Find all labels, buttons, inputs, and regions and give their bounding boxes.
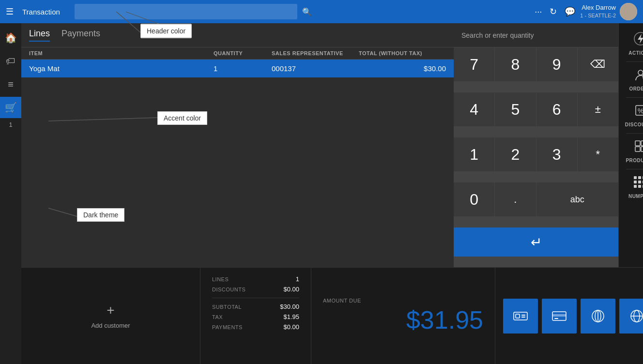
search-input[interactable] xyxy=(75,4,297,19)
num-3[interactable]: 3 xyxy=(536,137,577,171)
tax-value: $1.95 xyxy=(260,313,299,320)
transaction-area: Lines Payments ITEM QUANTITY SALES REPRE… xyxy=(21,23,643,267)
svg-text:%: % xyxy=(638,107,643,115)
table-header: ITEM QUANTITY SALES REPRESENTATIVE TOTAL… xyxy=(21,47,454,60)
actions-icon xyxy=(634,32,643,48)
search-icon[interactable]: 🔍 xyxy=(302,7,312,16)
amount-due-section: AMOUNT DUE $31.95 xyxy=(311,268,495,364)
svg-rect-7 xyxy=(641,141,643,146)
payments-row: PAYMENTS $0.00 xyxy=(212,323,299,331)
num-abc[interactable]: abc xyxy=(536,182,619,216)
col-total: TOTAL (WITHOUT TAX) xyxy=(359,50,446,56)
pay-card-button[interactable] xyxy=(542,299,577,334)
num-4[interactable]: 4 xyxy=(454,92,494,126)
svg-rect-13 xyxy=(634,181,637,183)
num-9[interactable]: 9 xyxy=(536,47,577,81)
lines-panel: Lines Payments ITEM QUANTITY SALES REPRE… xyxy=(21,23,454,267)
user-location: 1 - SEATTLE-2 xyxy=(580,12,616,19)
num-8[interactable]: 8 xyxy=(495,47,536,81)
action-orders[interactable]: ORDERS xyxy=(619,63,643,96)
pay-other-button[interactable] xyxy=(581,299,615,334)
subtotal-value: $30.00 xyxy=(260,303,299,310)
num-dot[interactable]: . xyxy=(495,182,536,216)
col-quantity: QUANTITY xyxy=(214,50,272,56)
svg-rect-8 xyxy=(635,147,640,152)
categories-icon: 🏷 xyxy=(6,56,15,67)
num-plusminus[interactable]: ± xyxy=(578,92,618,126)
customer-section[interactable]: + Add customer xyxy=(21,268,200,364)
divider-1 xyxy=(626,61,643,62)
orders-icon xyxy=(634,68,643,84)
col-item: ITEM xyxy=(29,50,214,56)
action-discounts[interactable]: % DISCOUNTS xyxy=(619,99,643,132)
totals-section: LINES 1 DISCOUNTS $0.00 SUBTOTAL $30.00 … xyxy=(200,268,311,364)
amount-due-value: $31.95 xyxy=(406,305,483,334)
tab-payments[interactable]: Payments xyxy=(61,29,100,42)
pay-cash-button[interactable] xyxy=(503,299,538,334)
chat-icon[interactable]: 💬 xyxy=(565,6,575,17)
bottom-bar: + Add customer LINES 1 DISCOUNTS $0.00 S… xyxy=(21,267,643,364)
menu-icon[interactable]: ☰ xyxy=(6,6,14,17)
svg-rect-22 xyxy=(521,317,525,318)
tab-lines[interactable]: Lines xyxy=(29,29,50,42)
user-name: Alex Darrow xyxy=(580,4,616,12)
main-content: Lines Payments ITEM QUANTITY SALES REPRE… xyxy=(21,23,643,364)
num-5[interactable]: 5 xyxy=(495,92,536,126)
divider-3 xyxy=(626,133,643,134)
sidebar-item-menu[interactable]: ≡ xyxy=(0,74,21,95)
avatar xyxy=(620,3,637,20)
orders-label: ORDERS xyxy=(629,86,643,91)
user-info: Alex Darrow 1 - SEATTLE-2 xyxy=(580,3,637,20)
tabs-header: Lines Payments xyxy=(21,23,454,47)
action-products[interactable]: PRODUCTS xyxy=(619,135,643,168)
totals-divider xyxy=(212,298,299,298)
payment-buttons xyxy=(495,268,643,364)
lines-value: 1 xyxy=(260,275,299,283)
row-sales-rep: 000137 xyxy=(272,64,359,73)
num-enter[interactable]: ↵ xyxy=(454,228,618,257)
discounts-value: $0.00 xyxy=(260,286,299,293)
row-total: $30.00 xyxy=(359,64,446,73)
sidebar-cart-count: 1 xyxy=(9,121,12,128)
svg-rect-10 xyxy=(634,176,637,179)
more-icon[interactable]: ··· xyxy=(535,7,542,17)
sidebar: 🏠 🏷 ≡ 🛒 1 xyxy=(0,23,21,364)
menu-list-icon: ≡ xyxy=(8,79,14,90)
sidebar-item-categories[interactable]: 🏷 xyxy=(0,50,21,72)
home-icon: 🏠 xyxy=(5,32,17,44)
num-6[interactable]: 6 xyxy=(536,92,577,126)
svg-marker-1 xyxy=(638,34,643,44)
payments-value: $0.00 xyxy=(260,323,299,331)
num-multiply[interactable]: * xyxy=(578,137,618,171)
svg-rect-25 xyxy=(554,318,558,319)
sidebar-item-cart[interactable]: 🛒 xyxy=(0,97,21,118)
num-7[interactable]: 7 xyxy=(454,47,494,81)
numpad-search: Search or enter quantity xyxy=(454,23,618,47)
products-label: PRODUCTS xyxy=(626,158,643,163)
svg-rect-16 xyxy=(634,185,637,188)
top-bar: ☰ Transaction 🔍 ··· ↻ 💬 Alex Darrow 1 - … xyxy=(0,0,643,23)
numpad-icon xyxy=(633,175,643,192)
lines-label: LINES xyxy=(212,276,260,282)
num-1[interactable]: 1 xyxy=(454,137,494,171)
action-actions[interactable]: ACTIONS xyxy=(619,27,643,61)
numpad-area: Search or enter quantity 7 8 9 ⌫ 4 5 6 ±… xyxy=(454,23,618,267)
sidebar-item-home[interactable]: 🏠 xyxy=(0,27,21,48)
pay-online-button[interactable] xyxy=(619,299,643,334)
tax-row: TAX $1.95 xyxy=(212,313,299,320)
row-item: Yoga Mat xyxy=(29,64,214,73)
action-numpad[interactable]: NUMPAD xyxy=(619,170,643,204)
lines-row: LINES 1 xyxy=(212,275,299,283)
discounts-row: DISCOUNTS $0.00 xyxy=(212,286,299,293)
divider-2 xyxy=(626,97,643,98)
num-0[interactable]: 0 xyxy=(454,182,494,216)
divider-4 xyxy=(626,169,643,169)
add-customer-icon: + xyxy=(107,303,114,318)
discounts-label: DISCOUNTS xyxy=(212,287,260,292)
num-backspace[interactable]: ⌫ xyxy=(578,47,618,81)
refresh-icon[interactable]: ↻ xyxy=(550,6,557,17)
table-row[interactable]: Yoga Mat 1 000137 $30.00 xyxy=(21,60,454,77)
svg-rect-17 xyxy=(638,185,641,188)
svg-rect-20 xyxy=(516,314,520,318)
num-2[interactable]: 2 xyxy=(495,137,536,171)
